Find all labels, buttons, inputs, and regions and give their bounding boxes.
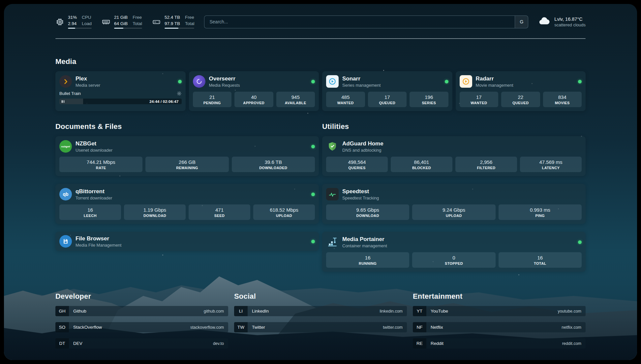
stat-value: 17 [384, 94, 390, 100]
stat-block: 86,401 BLOCKED [391, 157, 452, 172]
service-card-portainer[interactable]: Media Portainer Container management 16 … [322, 232, 586, 272]
utilities-section-title: Utilities [322, 122, 586, 131]
bookmark-abbr: LI [234, 306, 248, 316]
playback-progress-bar[interactable]: 24:44 / 02:06:47 [59, 99, 182, 104]
stat-value: 266 GB [179, 159, 196, 165]
nzbget-icon: nzbget [59, 140, 72, 153]
stat-block: 17 WANTED [460, 92, 499, 107]
settings-gear-icon[interactable] [177, 91, 182, 96]
topbar: 31% 2.94 CPU Load [55, 13, 586, 31]
qbittorrent-icon: qb [59, 188, 72, 200]
bookmark-abbr: NF [413, 322, 426, 332]
stat-block: 39.6 TB DOWNLOADED [232, 157, 315, 172]
stat-label: MOVIES [555, 101, 570, 105]
weather-condition: scattered clouds [554, 22, 586, 27]
stat-block: 485 WANTED [326, 92, 365, 107]
memory-icon [102, 17, 110, 26]
stat-block: 17 QUEUED [368, 92, 407, 107]
service-subtitle: Media File Management [76, 243, 308, 248]
service-card-plex[interactable]: Plex Media server Bullet Train [55, 71, 186, 111]
stat-value: 485 [341, 94, 350, 100]
stat-label: REMAINING [176, 166, 198, 170]
pause-button[interactable] [62, 100, 64, 103]
service-card-nzbget[interactable]: nzbget NZBGet Usenet downloader 744.21 M… [55, 136, 319, 176]
service-card-qbittorrent[interactable]: qb qBittorrent Torrent downloader 16 [55, 184, 319, 224]
stat-value: 40 [251, 94, 257, 100]
stat-label: APPROVED [243, 101, 264, 105]
stat-block: 834 MOVIES [543, 92, 582, 107]
search-input[interactable] [204, 16, 515, 28]
bookmark-abbr: TW [234, 322, 248, 332]
service-card-sonarr[interactable]: Sonarr Series management 485 WANTED 17 Q… [322, 71, 452, 111]
memory-total-value: 64 GiB [114, 21, 128, 27]
stat-block: 47.569 ms LATENCY [520, 157, 582, 172]
memory-usage-bar [114, 28, 142, 29]
service-title: AdGuard Home [342, 140, 582, 147]
bookmark-github[interactable]: GH Github github.com [55, 306, 228, 316]
stat-value: 834 [558, 94, 566, 100]
stat-label: PING [535, 214, 545, 218]
bookmark-youtube[interactable]: YT YouTube youtube.com [413, 306, 586, 316]
stat-value: 1.19 Gbps [143, 207, 166, 213]
bookmark-group-entertainment: Entertainment YT YouTube youtube.com NF … [413, 292, 586, 349]
section-media: Media Plex Media server [55, 57, 586, 111]
stat-label: DOWNLOAD [356, 214, 379, 218]
stat-value: 744.21 Mbps [87, 159, 115, 165]
stat-label: UPLOAD [276, 214, 292, 218]
disk-free-label: Free [185, 15, 195, 20]
service-title: Radarr [476, 76, 575, 82]
service-subtitle: Speedtest Tracking [342, 196, 582, 200]
bookmark-reddit[interactable]: RE Reddit reddit.com [413, 338, 586, 349]
service-card-radarr[interactable]: Radarr Movie management 17 WANTED 22 QUE… [456, 71, 586, 111]
cpu-widget: 31% 2.94 CPU Load [55, 15, 92, 29]
bookmark-name: DEV [69, 341, 213, 346]
stat-label: RUNNING [359, 261, 377, 265]
stat-value: 9.65 Gbps [356, 207, 379, 213]
cpu-percent: 31% [68, 15, 77, 20]
memory-free-value: 21 GiB [114, 15, 128, 20]
sonarr-icon [326, 75, 339, 88]
adguard-icon [326, 140, 339, 153]
service-subtitle: Media Requests [209, 83, 308, 88]
cloud-icon [538, 15, 550, 28]
service-card-overseerr[interactable]: Overseerr Media Requests 21 PENDING 40 A… [189, 71, 319, 111]
bookmark-stackoverflow[interactable]: SO StackOverflow stackoverflow.com [55, 322, 228, 332]
stat-value: 2,956 [480, 159, 493, 165]
stat-label: AVAILABLE [285, 101, 306, 105]
bookmark-url: twitter.com [383, 325, 407, 330]
service-card-adguard[interactable]: AdGuard Home DNS and adblocking 498,564 … [322, 136, 586, 176]
search-provider-button[interactable]: G [515, 16, 528, 28]
stat-label: QUEUED [512, 101, 529, 105]
stat-label: SERIES [422, 101, 436, 105]
bookmark-dev[interactable]: DT DEV dev.to [55, 338, 228, 349]
cpu-load-label: Load [82, 21, 92, 27]
stat-value: 16 [365, 255, 371, 260]
stat-block: 9.65 Gbps DOWNLOAD [326, 204, 409, 220]
documents-section-title: Documents & Files [55, 122, 319, 131]
stat-label: LEECH [84, 214, 97, 218]
stat-label: QUERIES [348, 166, 365, 170]
stat-block: 22 QUEUED [501, 92, 540, 107]
bookmark-abbr: GH [55, 306, 69, 316]
bookmark-url: dev.to [213, 341, 228, 346]
service-title: Plex [76, 76, 174, 82]
service-subtitle: Container management [342, 243, 574, 248]
stat-block: 21 PENDING [193, 92, 232, 107]
stat-block: 744.21 Mbps RATE [59, 157, 142, 172]
topbar-divider [55, 38, 586, 39]
developer-group-title: Developer [55, 292, 228, 301]
service-card-speedtest[interactable]: Speedtest Speedtest Tracking 9.65 Gbps D… [322, 184, 586, 224]
bookmark-netflix[interactable]: NF Netflix netflix.com [413, 322, 586, 332]
service-card-filebrowser[interactable]: File Browser Media File Management [55, 232, 319, 251]
bookmark-twitter[interactable]: TW Twitter twitter.com [234, 322, 407, 332]
stat-block: 2,956 FILTERED [455, 157, 517, 172]
bookmark-url: stackoverflow.com [190, 325, 228, 330]
stat-label: UPLOAD [446, 214, 462, 218]
stat-block: 498,564 QUERIES [326, 157, 388, 172]
stat-value: 17 [476, 94, 482, 100]
bookmark-linkedin[interactable]: LI LinkedIn linkedin.com [234, 306, 407, 316]
resource-widgets: 31% 2.94 CPU Load [55, 15, 194, 29]
bookmark-url: github.com [204, 309, 228, 314]
speedtest-icon [326, 188, 339, 200]
bookmark-name: LinkedIn [248, 309, 380, 314]
